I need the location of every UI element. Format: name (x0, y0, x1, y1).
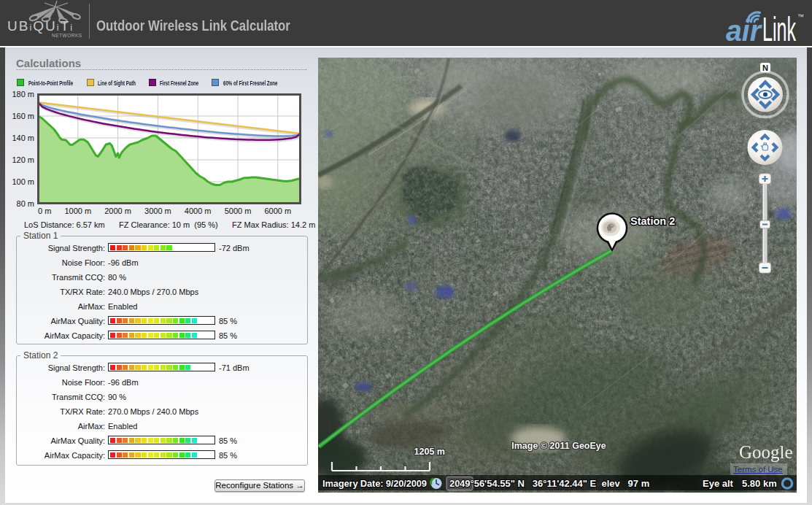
svg-text:6000 m: 6000 m (264, 207, 291, 215)
svg-text:49°56'54.55" N 36°11'42.44": 49°56'54.55" N 36°11'42.44" E elev 97 m (460, 478, 649, 489)
svg-text:Google: Google (739, 442, 793, 462)
svg-text:Terms of Use: Terms of Use (733, 465, 783, 474)
svg-text:1000 m: 1000 m (64, 207, 91, 215)
svg-text:Imagery Date: 9/20/2009: Imagery Date: 9/20/2009 (322, 478, 427, 489)
svg-text:20: 20 (449, 478, 460, 489)
svg-text:120 m: 120 m (12, 155, 34, 164)
svg-text:180 m: 180 m (12, 90, 34, 99)
svg-text:Eye alt: Eye alt (703, 478, 734, 489)
svg-text:3000 m: 3000 m (144, 207, 171, 215)
svg-text:air: air (726, 15, 762, 44)
svg-text:140 m: 140 m (12, 134, 34, 142)
svg-text:100 m: 100 m (12, 177, 34, 186)
svg-text:Image © 2011 GeoEye: Image © 2011 GeoEye (511, 441, 606, 451)
svg-text:5000 m: 5000 m (225, 207, 252, 215)
svg-text:1205 m: 1205 m (414, 447, 445, 457)
svg-text:N: N (762, 63, 768, 72)
svg-text:5.80 km: 5.80 km (742, 478, 777, 489)
svg-text:160 m: 160 m (12, 112, 34, 120)
svg-text:Link: Link (762, 10, 796, 44)
svg-text:2000 m: 2000 m (104, 207, 131, 215)
svg-text:0 m: 0 m (38, 207, 51, 215)
svg-text:80 m: 80 m (17, 199, 34, 208)
svg-text:™: ™ (797, 13, 804, 20)
svg-text:Station 2: Station 2 (630, 215, 675, 227)
svg-text:4000 m: 4000 m (185, 207, 212, 215)
